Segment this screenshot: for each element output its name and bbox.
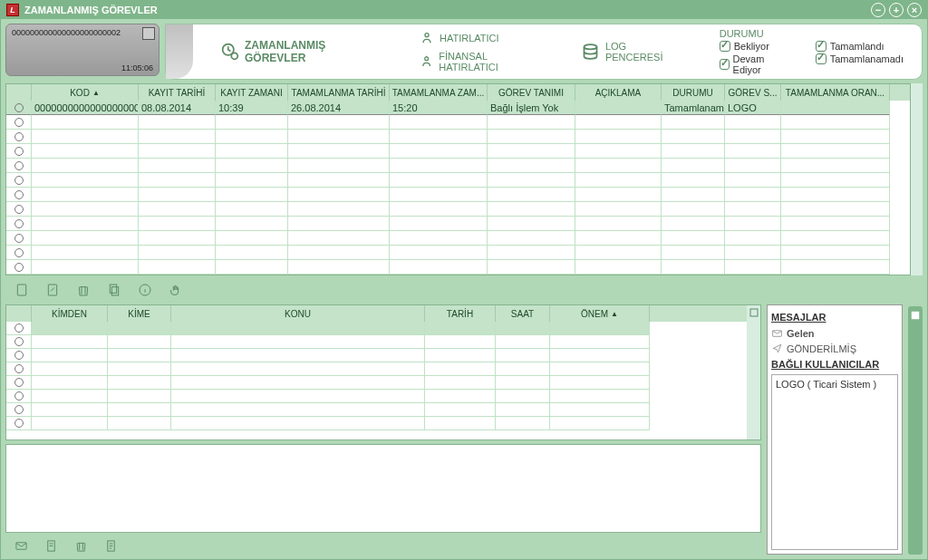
table-row[interactable]: 0000000000000000000000 08.08.2014 10:39 … <box>6 101 910 115</box>
table-row[interactable] <box>6 260 910 275</box>
mcol-kimden[interactable]: KİMDEN <box>32 305 108 322</box>
msg-header: KİMDEN KİME KONU TARİH SAAT ÖNEM <box>6 305 747 322</box>
status-filter-group: DURUMU Bekliyor Devam Ediyor Tamamlandı … <box>701 28 922 75</box>
edit-icon[interactable] <box>45 283 60 297</box>
tasks-grid[interactable]: KOD KAYIT TARİHİ KAYIT ZAMANI TAMAMLANMA… <box>5 83 911 275</box>
device-widget: 000000000000000000000002 11:05:06 <box>5 24 160 76</box>
col-gorev-tanimi[interactable]: GÖREV TANIMI <box>488 84 575 101</box>
messages-grid[interactable]: KİMDEN KİME KONU TARİH SAAT ÖNEM <box>5 304 761 440</box>
window-title: ZAMANLANMIŞ GÖREVLER <box>24 5 871 15</box>
table-row[interactable] <box>6 231 910 246</box>
msg-row[interactable] <box>6 322 747 335</box>
inbox-icon <box>771 327 783 339</box>
hand-icon[interactable] <box>169 283 183 297</box>
col-kayit-tarihi[interactable]: KAYIT TARİHİ <box>139 84 216 101</box>
clock-gear-icon <box>220 42 239 62</box>
link-log-window[interactable]: LOG PENCERESİ <box>563 41 701 63</box>
table-row[interactable] <box>6 217 910 231</box>
mcol-onem[interactable]: ÖNEM <box>550 305 650 322</box>
col-kod[interactable]: KOD <box>32 84 139 101</box>
link-reminder[interactable]: HATIRLATICI <box>420 31 545 45</box>
msg-sidecontrols <box>747 305 760 439</box>
chk-failed[interactable]: Tamamlanamadı <box>816 53 904 64</box>
svg-point-4 <box>584 44 596 49</box>
col-tamamlanma-oran[interactable]: TAMAMLANMA ORAN... <box>781 84 890 101</box>
doc2-icon[interactable] <box>104 539 118 553</box>
table-row[interactable] <box>6 173 910 188</box>
col-tamamlanma-zam[interactable]: TAMAMLANMA ZAM... <box>390 84 488 101</box>
copy-icon[interactable] <box>107 283 121 297</box>
mcol-tarih[interactable]: TARİH <box>425 305 496 322</box>
user-entry[interactable]: LOGO ( Ticari Sistem ) <box>776 379 894 390</box>
link-financial-reminder[interactable]: FİNANSAL HATIRLATICI <box>420 51 545 72</box>
scrollbar[interactable] <box>911 83 923 275</box>
delete-icon[interactable] <box>74 539 88 553</box>
maximize-button[interactable]: + <box>889 3 904 17</box>
svg-rect-5 <box>17 285 25 295</box>
row-selector-icon[interactable] <box>14 103 24 112</box>
checkbox-icon <box>816 41 826 52</box>
checkbox-icon <box>816 53 826 64</box>
col-durumu[interactable]: DURUMU <box>662 84 725 101</box>
msg-row[interactable] <box>6 362 747 376</box>
device-select-icon[interactable] <box>142 27 155 40</box>
col-aciklama[interactable]: AÇIKLAMA <box>575 84 662 101</box>
svg-rect-11 <box>16 542 26 549</box>
grid-header: KOD KAYIT TARİHİ KAYIT ZAMANI TAMAMLANMA… <box>6 84 910 101</box>
col-tamamlanma-tarihi[interactable]: TAMAMLANMA TARİHİ <box>288 84 390 101</box>
sent-icon <box>771 343 783 354</box>
msg-row[interactable] <box>6 335 747 349</box>
panel-icon <box>910 310 921 321</box>
close-button[interactable]: × <box>907 3 922 17</box>
msg-row[interactable] <box>6 349 747 362</box>
minimize-button[interactable]: − <box>871 3 885 17</box>
app-logo: L <box>6 4 19 16</box>
svg-point-1 <box>231 53 237 59</box>
table-row[interactable] <box>6 246 910 260</box>
grid-body[interactable]: 0000000000000000000000 08.08.2014 10:39 … <box>6 101 910 275</box>
mail-icon[interactable] <box>14 539 28 553</box>
bell-money-icon <box>420 54 433 69</box>
svg-rect-8 <box>111 287 118 295</box>
link-gelen[interactable]: Gelen <box>771 325 898 341</box>
svg-point-2 <box>425 34 429 37</box>
table-row[interactable] <box>6 159 910 173</box>
msg-row[interactable] <box>6 376 747 390</box>
col-gorev-s[interactable]: GÖREV S... <box>725 84 781 101</box>
chk-done[interactable]: Tamamlandı <box>816 41 904 52</box>
panel-mesajlar-header: MESAJLAR <box>771 312 898 323</box>
msg-row[interactable] <box>6 390 747 403</box>
mcol-kime[interactable]: KİME <box>108 305 171 322</box>
link-gonderilmis[interactable]: GÖNDERİLMİŞ <box>771 341 898 356</box>
new-icon[interactable] <box>14 283 29 297</box>
col-kayit-zamani[interactable]: KAYIT ZAMANI <box>216 84 288 101</box>
info-icon[interactable] <box>138 283 152 297</box>
doc-icon[interactable] <box>44 539 58 553</box>
table-row[interactable] <box>6 130 910 144</box>
mcol-saat[interactable]: SAAT <box>496 305 550 322</box>
right-collapse-tab[interactable] <box>908 306 923 555</box>
connected-users-box: LOGO ( Ticari Sistem ) <box>771 374 898 550</box>
msg-row[interactable] <box>6 417 747 430</box>
svg-rect-10 <box>750 309 758 316</box>
msg-row[interactable] <box>6 403 747 417</box>
table-row[interactable] <box>6 188 910 202</box>
delete-icon[interactable] <box>76 283 91 297</box>
mcol-konu[interactable]: KONU <box>171 305 425 322</box>
table-row[interactable] <box>6 202 910 217</box>
table-row[interactable] <box>6 144 910 159</box>
svg-rect-7 <box>110 285 116 293</box>
checkbox-icon <box>720 41 730 52</box>
grid-actionbar <box>5 279 923 301</box>
titlebar: L ZAMANLANMIŞ GÖREVLER − + × <box>1 1 927 19</box>
chk-pending[interactable]: Bekliyor <box>720 41 788 52</box>
chk-ongoing[interactable]: Devam Ediyor <box>720 53 788 75</box>
svg-rect-15 <box>912 312 919 319</box>
message-preview <box>5 444 761 533</box>
tab-scheduled-tasks[interactable]: ZAMANLANMIŞ GÖREVLER <box>202 39 401 64</box>
msg-filter-icon[interactable] <box>749 307 759 318</box>
bell-user-icon <box>420 31 434 45</box>
panel-bagli-header: BAĞLI KULLANICILAR <box>771 359 898 370</box>
msg-actionbar <box>5 536 761 555</box>
table-row[interactable] <box>6 115 910 130</box>
